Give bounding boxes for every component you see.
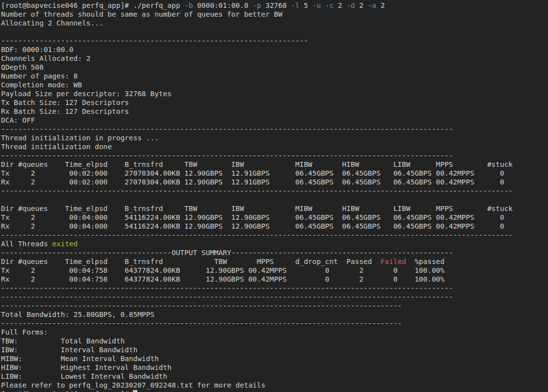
divider-line: ----------------------------------------… (1, 319, 548, 328)
terminal-line: QDepth 508 (1, 63, 548, 72)
table-row-tx: Tx 2 00:02:000 27070304.00KB 12.90GBPS 1… (1, 169, 548, 178)
table-row-tx: Tx 2 00:04:000 54116224.00KB 12.90GBPS 1… (1, 213, 548, 222)
text-run: LIBW: Lowest Interval Bandwidth (1, 372, 167, 380)
divider: ----------------------------------------… (1, 125, 453, 133)
text-run: Rx 2 00:04:758 64377824.00KB 12.90GBPS 0… (1, 275, 444, 283)
text-run: 2 (355, 1, 368, 9)
divider: ----------------------------------------… (1, 284, 453, 292)
text-run: Rx 2 00:02:000 27070304.00KB 12.90GBPS 1… (1, 178, 504, 186)
summary-row-tx: Tx 2 00:04:758 64377824.00KB 12.90GBPS 0… (1, 266, 548, 275)
text-run: Rx Batch Size: 127 Descriptors (1, 107, 129, 115)
terminal-line: LIBW: Lowest Interval Bandwidth (1, 372, 548, 381)
text-run: Allocating 2 Channels... (1, 19, 104, 27)
text-run: Thread initialization done (1, 143, 112, 151)
terminal-line: Allocating 2 Channels... (1, 19, 548, 27)
prompt-line: [root@bapvecise046 perfq_app]# (1, 390, 548, 392)
text-run: IBW: Interval Bandwidth (1, 346, 137, 354)
divider: ----------------------------------------… (1, 37, 308, 45)
terminal-line: Thread initialization done (1, 142, 548, 151)
divider: ----------------------------------------… (1, 187, 513, 195)
divider: ---------------------------------------- (1, 249, 172, 257)
terminal-line (1, 195, 548, 204)
text-run: Dir #queues Time_elpsd B_trnsfrd TBW IBW… (1, 205, 513, 212)
flag-u: -u (313, 1, 321, 9)
divider-line: ----------------------------------------… (1, 125, 548, 133)
prompt-line: [root@bapvecise046 perfq_app]# ./perfq_a… (1, 1, 548, 10)
text-run: DCA: OFF (1, 116, 35, 124)
text-run: Rx 2 00:04:000 54116224.00KB 12.90GBPS 1… (1, 222, 504, 230)
text-run (321, 1, 325, 9)
terminal-line: Rx Batch Size: 127 Descriptors (1, 107, 548, 116)
terminal-line: Completion mode: WB (1, 80, 548, 89)
terminal-line: TBW: Total Bandwidth (1, 337, 548, 345)
text-run: 2 (334, 1, 346, 9)
prompt: [root@bapvecise046 perfq_app]# (1, 1, 133, 9)
text-run: QDepth 508 (1, 63, 44, 71)
summary-row-rx: Rx 2 00:04:758 64377824.00KB 12.90GBPS 0… (1, 275, 548, 284)
text-run: Number of pages: 8 (1, 72, 78, 80)
flag-d: -d (346, 1, 355, 9)
divider: ----------------------------------------… (1, 293, 453, 301)
terminal-line: MIBW: Mean Interval Bandwidth (1, 354, 548, 363)
table-header-row: Dir #queues Time_elpsd B_trnsfrd TBW IBW… (1, 160, 548, 169)
text-run: Tx 2 00:02:000 27070304.00KB 12.90GBPS 1… (1, 169, 504, 177)
terminal-line: Please refer to perfq_log_20230207_09224… (1, 381, 548, 390)
divider-line: ----------------------------------------… (1, 231, 548, 239)
summary-header-row: Dir #queues Time_elpsd B_trnsfrd TBW MPP… (1, 257, 548, 266)
divider-line: ----------------------------------------… (1, 292, 548, 301)
flag-c: -c (325, 1, 334, 9)
text-run: Payload Size per descriptor: 32768 Bytes (1, 90, 172, 98)
text-run: Tx 2 00:04:000 54116224.00KB 12.90GBPS 1… (1, 213, 504, 221)
table-row-rx: Rx 2 00:02:000 27070304.00KB 12.90GBPS 1… (1, 178, 548, 186)
terminal-line: Thread initialization in progress ... (1, 133, 548, 142)
text-run: 0000:01:00.0 (193, 1, 253, 9)
flag-b: -b (184, 1, 193, 9)
flag-l: -l (291, 1, 299, 9)
failed-header: Failed (381, 258, 406, 265)
text-run: Channels Allocated: 2 (1, 54, 91, 62)
total-bandwidth-line: Total Bandwidth: 25.80GBPS, 0.85MPPS (1, 310, 548, 319)
terminal-line: DCA: OFF (1, 116, 548, 125)
text-run: Completion mode: WB (1, 81, 82, 89)
table-header-row: Dir #queues Time_elpsd B_trnsfrd TBW IBW… (1, 204, 548, 213)
table-row-rx: Rx 2 00:04:000 54116224.00KB 12.90GBPS 1… (1, 222, 548, 231)
terminal-line: HIBW: Highest Interval Bandwidth (1, 363, 548, 372)
text-run: All Threads (1, 240, 52, 248)
text-run: Dir #queues Time_elpsd B_trnsfrd TBW IBW… (1, 160, 513, 168)
text-run: Tx 2 00:04:758 64377824.00KB 12.90GBPS 0… (1, 266, 444, 274)
terminal-line: Number of pages: 8 (1, 72, 548, 80)
terminal-line: Channels Allocated: 2 (1, 54, 548, 63)
divider-line: ----------------------------------------… (1, 151, 548, 160)
divider-line: ----------------------------------------… (1, 186, 548, 195)
command: ./perfq_app (133, 1, 184, 9)
total-bandwidth: Total Bandwidth: 25.80GBPS, 0.85MPPS (1, 311, 155, 318)
text-run: %passed (406, 258, 444, 265)
flag-a: -a (368, 1, 376, 9)
text-run: BDF: 0000:01:00.0 (1, 46, 74, 53)
text-run: HIBW: Highest Interval Bandwidth (1, 364, 172, 371)
output-summary-divider: ----------------------------------------… (1, 248, 548, 257)
section-title: OUTPUT SUMMARY (172, 249, 232, 257)
divider: ----------------------------------------… (1, 152, 453, 159)
divider: ----------------------------------------… (1, 319, 402, 327)
prompt: [root@bapvecise046 perfq_app]# (1, 390, 133, 392)
text-run: Full Forms: (1, 328, 48, 336)
text-run: 5 (300, 1, 313, 9)
text-run: TBW: Total Bandwidth (1, 337, 125, 345)
flag-p: -p (253, 1, 261, 9)
divider-line: ----------------------------------------… (1, 36, 548, 45)
text-run: MIBW: Mean Interval Bandwidth (1, 355, 159, 363)
text-run: Number of threads should be same as numb… (1, 10, 283, 18)
terminal-line (1, 27, 548, 36)
text-run: Dir #queues Time_elpsd B_trnsfrd TBW MPP… (1, 258, 381, 265)
cursor (133, 390, 137, 392)
terminal-line: Number of threads should be same as numb… (1, 10, 548, 19)
text-run: 32768 (261, 1, 291, 9)
text-run: Please refer to perfq_log_20230207_09224… (1, 381, 265, 389)
terminal-line: Full Forms: (1, 328, 548, 337)
terminal-line: IBW: Interval Bandwidth (1, 345, 548, 354)
text-run: 2 (376, 1, 385, 9)
terminal-screen[interactable]: [root@bapvecise046 perfq_app]# ./perfq_a… (0, 0, 548, 392)
divider-line: ----------------------------------------… (1, 284, 548, 292)
terminal-line: BDF: 0000:01:00.0 (1, 45, 548, 54)
